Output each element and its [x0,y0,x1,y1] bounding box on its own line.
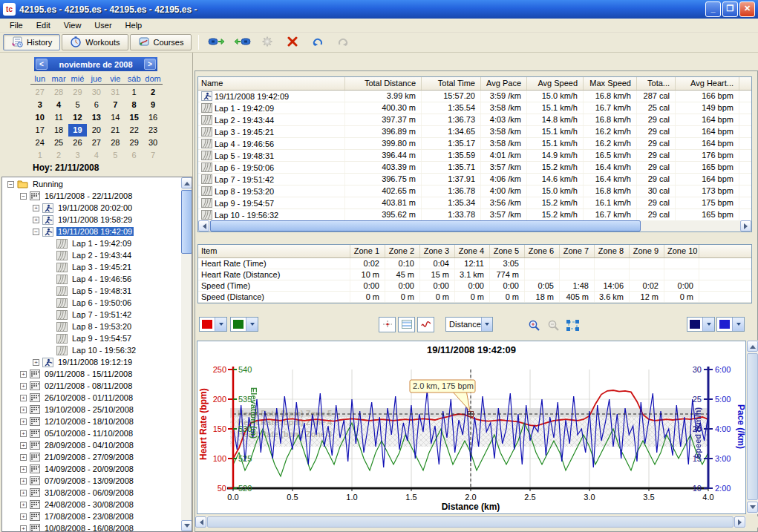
zoom-in-button[interactable] [526,318,542,332]
calendar-day[interactable]: 20 [87,124,105,137]
column-header[interactable]: Zone 6 [525,245,560,257]
chevron-down-icon[interactable] [481,318,492,331]
column-header[interactable]: Zone 3 [420,245,455,257]
x-axis-mode-select[interactable]: Distance [445,317,493,332]
chevron-down-icon[interactable] [702,318,714,331]
chart-vscrollbar[interactable] [747,341,758,514]
calendar-day[interactable]: 21 [106,124,125,137]
expand-toggle-icon[interactable]: + [20,383,27,390]
tree-item[interactable]: +21/09/2008 - 27/09/2008 [3,451,180,463]
chevron-down-icon[interactable] [215,318,226,331]
column-header[interactable]: Max H... [739,77,752,90]
column-header[interactable]: Zone 2 [385,245,420,257]
expand-toggle-icon[interactable]: + [20,407,27,413]
calendar-day[interactable]: 28 [49,86,68,99]
calendar-day[interactable]: 22 [125,124,143,137]
series4-color-dropdown[interactable] [716,317,745,332]
column-header[interactable]: Avg Heart... [676,77,739,90]
column-header[interactable]: Item [198,245,350,257]
series1-color-dropdown[interactable] [199,317,227,332]
tree-scroll-thumb[interactable] [181,190,192,254]
table-row[interactable]: 19/11/2008 19:42:093.99 km15:57.203:59 /… [198,91,751,102]
tree-item[interactable]: +31/08/2008 - 06/09/2008 [3,487,180,499]
column-header[interactable]: Max Speed [584,77,637,90]
expand-toggle-icon[interactable]: + [20,371,27,378]
laps-table-hscrollbar[interactable] [198,220,751,231]
calendar-day[interactable]: 7 [143,149,162,162]
expand-toggle-icon[interactable]: + [33,205,39,211]
calendar-day[interactable]: 30 [87,86,105,99]
tree-item[interactable]: Lap 6 - 19:50:06 [3,297,180,309]
chart-scroll-down-button[interactable] [747,502,758,513]
calendar-day[interactable]: 6 [87,99,105,111]
expand-toggle-icon[interactable]: + [20,442,27,449]
table-row[interactable]: Lap 5 - 19:48:31396.44 m1:35.594:01 /km1… [198,150,751,162]
series2-color-dropdown[interactable] [230,317,258,332]
tree-item[interactable]: +10/08/2008 - 16/08/2008 [3,522,180,532]
series3-color-dropdown[interactable] [687,317,715,332]
menu-file[interactable]: File [3,19,30,31]
tree-scroll-down-button[interactable] [181,520,192,531]
tree-item[interactable]: +14/09/2008 - 20/09/2008 [3,463,180,475]
expand-toggle-icon[interactable]: + [20,454,27,461]
calendar-day[interactable]: 14 [106,111,125,124]
tree-item[interactable]: Lap 9 - 19:54:57 [3,332,180,344]
tree-item[interactable]: +09/11/2008 - 15/11/2008 [3,368,180,380]
expand-toggle-icon[interactable]: + [20,418,27,425]
expand-toggle-icon[interactable]: + [20,513,27,520]
table-row[interactable]: Lap 10 - 19:56:32395.62 m1:33.783:57 /km… [198,209,751,221]
column-header[interactable]: Tota... [637,77,676,90]
tree-scrollbar[interactable] [181,177,192,532]
tree-item[interactable]: Lap 5 - 19:48:31 [3,285,180,297]
tree-item[interactable]: +07/09/2008 - 13/09/2008 [3,475,180,487]
import-workout-button[interactable] [232,35,252,50]
tree-item[interactable]: −19/11/2008 19:42:09 [3,226,180,237]
calendar-day[interactable]: 26 [68,137,87,149]
calendar-day[interactable]: 6 [125,149,143,162]
tree-item[interactable]: +24/08/2008 - 30/08/2008 [3,499,180,510]
tree-item[interactable]: +28/09/2008 - 04/10/2008 [3,439,180,451]
restore-button[interactable]: ❐ [722,1,738,17]
bottom-scroll-right-button[interactable] [734,516,745,528]
table-row[interactable]: Lap 9 - 19:54:57403.81 m1:35.343:56 /km1… [198,197,751,209]
close-button[interactable]: ✕ [739,1,755,17]
calendar-day[interactable]: 27 [87,137,105,149]
table-row[interactable]: Lap 8 - 19:53:20402.65 m1:36.784:00 /km1… [198,185,751,197]
table-row[interactable]: Lap 2 - 19:43:44397.37 m1:36.734:03 /km1… [198,114,751,126]
tree-item[interactable]: Lap 1 - 19:42:09 [3,237,180,249]
column-header[interactable]: Avg Pace [481,77,527,90]
calendar-day[interactable]: 19 [68,124,87,137]
calendar-day[interactable]: 8 [125,99,143,111]
calendar-day[interactable]: 11 [49,111,68,124]
expand-toggle-icon[interactable]: + [20,502,27,508]
expand-toggle-icon[interactable]: + [20,490,27,496]
calendar-prev-button[interactable]: < [36,59,48,70]
calendar-day[interactable]: 3 [30,99,49,111]
calendar-day[interactable]: 17 [30,124,49,137]
undo-button[interactable] [307,35,328,50]
table-row[interactable]: Lap 4 - 19:46:56399.80 m1:35.173:58 /km1… [198,138,751,150]
calendar-day[interactable]: 7 [106,99,125,111]
chart-scroll-thumb[interactable] [747,353,758,500]
calendar-day[interactable]: 1 [125,86,143,99]
tree-item[interactable]: +17/08/2008 - 23/08/2008 [3,510,180,522]
laps-scroll-right-button[interactable] [740,220,751,231]
column-header[interactable]: Total Time [422,77,481,90]
delete-button[interactable] [282,35,303,50]
tree-item[interactable]: −Running [3,178,180,190]
column-header[interactable]: Zone 5 [490,245,525,257]
collapse-toggle-icon[interactable]: − [7,181,14,188]
expand-toggle-icon[interactable]: + [20,430,27,437]
calendar-day[interactable]: 18 [49,124,68,137]
minimize-button[interactable]: _ [705,1,721,17]
expand-toggle-icon[interactable]: + [20,395,27,401]
tree-item[interactable]: Lap 7 - 19:51:42 [3,309,180,321]
chevron-down-icon[interactable] [732,318,744,331]
tree-item[interactable]: +19/11/2008 20:02:00 [3,202,180,214]
tree-item[interactable]: Lap 2 - 19:43:44 [3,249,180,261]
tree-item[interactable]: +26/10/2008 - 01/11/2008 [3,392,180,404]
calendar-day[interactable]: 4 [49,99,68,111]
calendar-day[interactable]: 27 [30,86,49,99]
column-header[interactable]: Avg Speed [527,77,584,90]
toolbar-tab-workouts[interactable]: Workouts [62,34,128,50]
